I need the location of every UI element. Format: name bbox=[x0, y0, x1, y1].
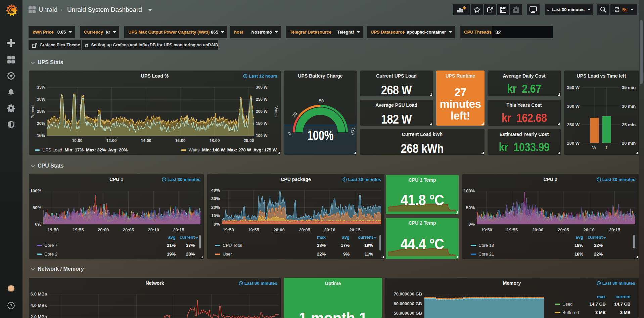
svg-text:?: ? bbox=[10, 303, 12, 308]
